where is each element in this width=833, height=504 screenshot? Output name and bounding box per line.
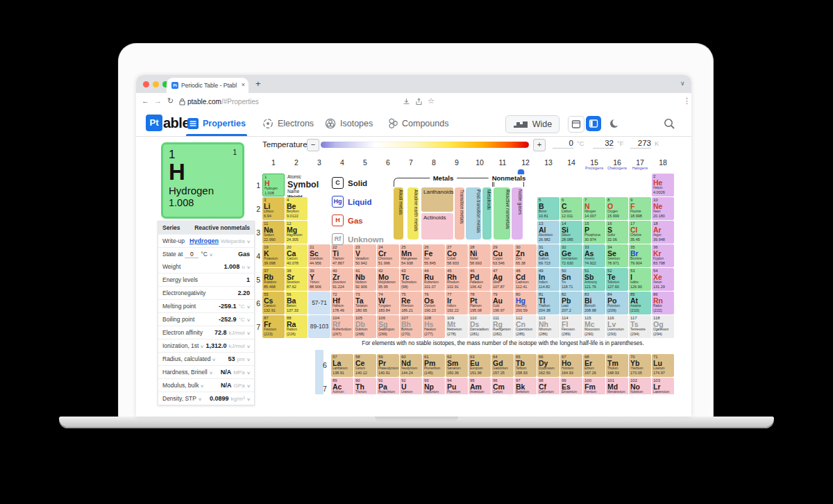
element-cell-Re[interactable]: 75ReRhenium186.21 xyxy=(400,292,422,314)
element-cell-Se[interactable]: 34SeSelenium78.971 xyxy=(606,244,628,267)
element-cell-B[interactable]: 5BBoron10.81 xyxy=(537,197,559,220)
temperature-slider[interactable] xyxy=(321,142,529,148)
element-cell-Np[interactable]: 93NpNeptunium(237) xyxy=(423,378,445,394)
element-cell-Ne[interactable]: 10NeNeon20.180 xyxy=(652,197,674,220)
element-cell-Ge[interactable]: 32GeGermanium72.630 xyxy=(560,244,582,267)
element-cell-Cr[interactable]: 24CrChromium51.996 xyxy=(377,244,399,267)
temperature-plus-button[interactable]: + xyxy=(533,139,546,151)
element-cell-Cl[interactable]: 17ClChlorine35.45 xyxy=(629,221,651,244)
chevron-down-icon[interactable]: ∨ xyxy=(246,396,251,401)
element-cell-La[interactable]: 57LaLanthanum138.91 xyxy=(331,354,353,377)
element-cell-Xe[interactable]: 54XeXenon131.29 xyxy=(652,268,674,291)
tabstrip-chevron-icon[interactable]: ∨ xyxy=(680,80,685,87)
element-cell-As[interactable]: 33AsArsenic74.922 xyxy=(583,244,605,267)
element-cell-O[interactable]: 8OOxygen15.999 xyxy=(606,197,628,220)
nav-tab-compounds[interactable]: Compounds xyxy=(386,111,448,136)
element-cell-Lr[interactable]: 103LrLawrencium(266) xyxy=(652,378,674,394)
element-cell-K[interactable]: 19KPotassium39.098 xyxy=(262,244,285,267)
new-tab-button[interactable]: + xyxy=(255,78,261,89)
element-cell-Po[interactable]: 84PoPolonium(209) xyxy=(606,292,628,314)
ptable-logo[interactable]: Pt able xyxy=(146,115,190,131)
element-cell-Rf[interactable]: 104RfRutherfordium(267) xyxy=(331,315,353,338)
element-cell-Hf[interactable]: 72HfHafnium178.49 xyxy=(331,292,353,314)
element-cell-Tl[interactable]: 81TlThallium204.38 xyxy=(537,292,559,314)
element-cell-No[interactable]: 102NoNobelium(259) xyxy=(629,378,651,394)
browser-tab[interactable]: Pt Periodic Table - Ptable × xyxy=(167,78,249,93)
element-cell-Mo[interactable]: 42MoMolybdenum95.95 xyxy=(377,268,399,291)
placeholder-89-103[interactable]: 89-103 xyxy=(308,315,330,338)
chevron-down-icon[interactable]: ∨ xyxy=(246,370,251,375)
element-cell-Fr[interactable]: 87FrFrancium(223) xyxy=(262,315,285,338)
chevron-down-icon[interactable]: ∨ xyxy=(198,396,202,401)
element-cell-Si[interactable]: 14SiSilicon28.085 xyxy=(560,221,582,244)
element-cell-Og[interactable]: 118OgOganesson(294) xyxy=(652,315,674,338)
install-app-icon[interactable] xyxy=(403,98,410,106)
element-cell-Am[interactable]: 95AmAmericium(243) xyxy=(469,378,491,394)
chevron-down-icon[interactable]: ∨ xyxy=(246,264,251,269)
element-cell-I[interactable]: 53IIodine126.90 xyxy=(629,268,651,291)
chevron-down-icon[interactable]: ∨ xyxy=(246,344,251,348)
nav-tab-isotopes[interactable]: Isotopes xyxy=(325,111,373,136)
bookmark-star-icon[interactable]: ☆ xyxy=(428,96,435,106)
element-cell-Ra[interactable]: 88RaRadium(226) xyxy=(285,315,308,338)
element-cell-Ho[interactable]: 67HoHolmium164.93 xyxy=(560,354,582,377)
element-cell-Hs[interactable]: 108HsHassium(277) xyxy=(423,315,445,338)
element-cell-Tm[interactable]: 69TmThulium168.93 xyxy=(606,354,628,377)
element-cell-In[interactable]: 49InIndium114.82 xyxy=(537,268,559,291)
element-cell-Nh[interactable]: 113NhNihonium(286) xyxy=(537,315,559,338)
element-cell-Ga[interactable]: 31GaGallium69.723 xyxy=(537,244,559,267)
element-cell-Rg[interactable]: 111RgRoentgenium(282) xyxy=(491,315,514,338)
element-cell-Ba[interactable]: 56BaBarium137.33 xyxy=(285,292,308,314)
state-temp-input[interactable]: 0 xyxy=(185,251,199,258)
element-cell-Ds[interactable]: 110DsDarmstadtium(281) xyxy=(469,315,491,338)
element-cell-Rb[interactable]: 37RbRubidium85.468 xyxy=(262,268,285,291)
element-cell-Bk[interactable]: 97BkBerkelium(247) xyxy=(514,378,537,394)
element-cell-Br[interactable]: 35BrBromine79.904 xyxy=(629,244,651,267)
element-cell-Cd[interactable]: 48CdCadmium112.41 xyxy=(514,268,537,291)
element-cell-Ce[interactable]: 58CeCerium140.12 xyxy=(354,354,376,377)
element-cell-Sm[interactable]: 62SmSamarium150.36 xyxy=(446,354,468,377)
element-cell-Bi[interactable]: 83BiBismuth208.98 xyxy=(583,292,605,314)
element-cell-H[interactable]: 1HHydrogen1.008 xyxy=(262,174,285,196)
element-cell-Li[interactable]: 3LiLithium6.94 xyxy=(262,197,285,220)
element-cell-Ti[interactable]: 22TiTitanium47.867 xyxy=(331,244,353,267)
forward-icon[interactable]: → xyxy=(154,96,162,105)
chevron-down-icon[interactable]: ∨ xyxy=(201,383,205,388)
element-cell-Md[interactable]: 101MdMendelevium(258) xyxy=(606,378,628,394)
element-cell-C[interactable]: 6CCarbon12.011 xyxy=(560,197,582,220)
element-cell-Ac[interactable]: 89AcActinium(227) xyxy=(331,378,353,394)
reload-icon[interactable]: ↻ xyxy=(167,96,174,106)
chevron-down-icon[interactable]: ∨ xyxy=(201,344,205,348)
element-cell-Te[interactable]: 52TeTellurium127.60 xyxy=(606,268,628,291)
element-cell-Rh[interactable]: 45RhRhodium102.91 xyxy=(446,268,468,291)
element-cell-Pt[interactable]: 78PtPlatinum195.08 xyxy=(469,292,491,314)
element-cell-V[interactable]: 23VVanadium50.942 xyxy=(354,244,376,267)
element-cell-Pm[interactable]: 61PmPromethium(145) xyxy=(423,354,445,377)
element-cell-Pu[interactable]: 94PuPlutonium(244) xyxy=(446,378,468,394)
element-cell-Mt[interactable]: 109MtMeitnerium(278) xyxy=(446,315,468,338)
search-button[interactable] xyxy=(661,115,678,132)
chevron-down-icon[interactable]: ∨ xyxy=(209,252,213,257)
close-tab-icon[interactable]: × xyxy=(242,81,245,88)
url-bar[interactable]: ptable.com/#Properties xyxy=(187,98,259,106)
element-cell-Cm[interactable]: 96CmCurium(247) xyxy=(491,378,514,394)
element-cell-Zr[interactable]: 40ZrZirconium91.224 xyxy=(331,268,353,291)
chevron-down-icon[interactable]: ∨ xyxy=(246,357,251,362)
writeup-link[interactable]: Hydrogen xyxy=(190,237,219,244)
back-icon[interactable]: ← xyxy=(142,96,149,105)
element-cell-W[interactable]: 74WTungsten183.84 xyxy=(377,292,399,314)
chevron-down-icon[interactable]: ∨ xyxy=(246,330,251,335)
dark-mode-button[interactable] xyxy=(607,116,622,131)
element-cell-Pa[interactable]: 91PaProtactinium231.04 xyxy=(377,378,399,394)
element-cell-Y[interactable]: 39YYttrium88.906 xyxy=(308,268,330,291)
layout-sidebar-button[interactable] xyxy=(586,116,601,131)
element-cell-Lu[interactable]: 71LuLutetium174.97 xyxy=(652,354,674,377)
element-cell-Tb[interactable]: 65TbTerbium158.93 xyxy=(514,354,537,377)
placeholder-57-71[interactable]: 57-71 xyxy=(308,292,330,314)
element-cell-Pb[interactable]: 82PbLead207.2 xyxy=(560,292,582,314)
temperature-input[interactable]: 32 xyxy=(593,139,614,149)
element-cell-Cf[interactable]: 98CfCalifornium(251) xyxy=(537,378,559,394)
element-cell-Es[interactable]: 99EsEinsteinium(252) xyxy=(560,378,582,394)
element-cell-Cn[interactable]: 112CnCopernicium(285) xyxy=(514,315,537,338)
element-cell-Cs[interactable]: 55CsCaesium132.91 xyxy=(262,292,285,314)
